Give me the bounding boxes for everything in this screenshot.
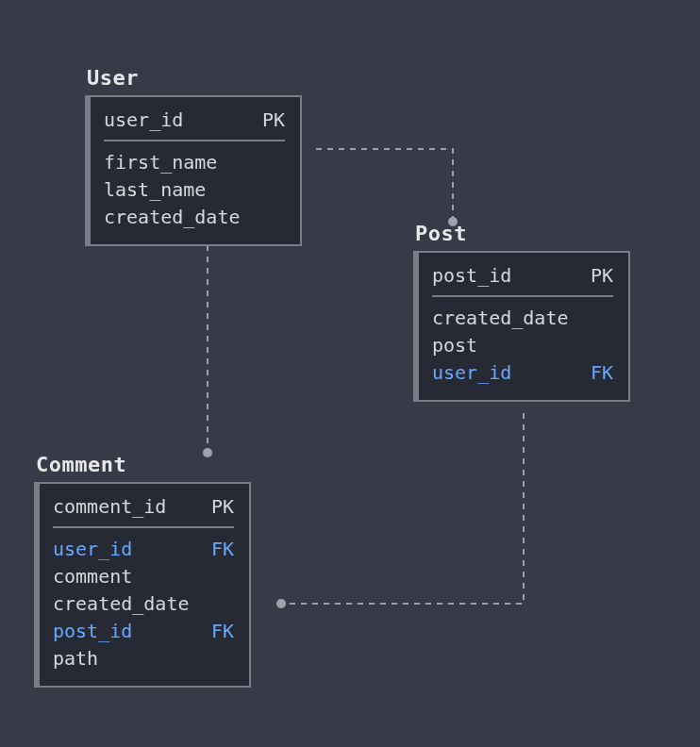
er-diagram-canvas: User user_id PK first_namelast_namecreat… <box>0 0 700 747</box>
field-name: created_date <box>53 590 190 618</box>
entity-user-pk-row: user_id PK <box>104 107 285 134</box>
entity-user-box: user_id PK first_namelast_namecreated_da… <box>85 95 302 246</box>
fk-tag: FK <box>211 536 234 563</box>
entity-post: Post post_id PK created_datepostuser_idF… <box>413 222 630 402</box>
field-name: path <box>53 645 98 672</box>
field-row: created_date <box>104 204 285 231</box>
entity-post-pk-row: post_id PK <box>432 262 613 290</box>
entity-comment: Comment comment_id PK user_idFKcommentcr… <box>34 453 251 688</box>
pk-tag: PK <box>211 493 234 521</box>
entity-user: User user_id PK first_namelast_namecreat… <box>85 66 302 246</box>
field-name: comment_id <box>53 493 166 521</box>
svg-point-2 <box>276 599 286 608</box>
separator <box>53 526 234 528</box>
field-name: post_id <box>432 262 511 290</box>
field-name: created_date <box>104 204 241 231</box>
fk-tag: FK <box>591 359 613 387</box>
field-row: first_name <box>104 149 285 176</box>
field-name: post_id <box>53 618 132 645</box>
entity-post-fields: created_datepostuser_idFK <box>432 305 613 387</box>
fk-tag: FK <box>211 618 234 645</box>
entity-user-fields: first_namelast_namecreated_date <box>104 149 285 231</box>
pk-tag: PK <box>591 262 613 290</box>
field-row: created_date <box>432 305 613 332</box>
pk-tag: PK <box>262 107 285 134</box>
entity-post-box: post_id PK created_datepostuser_idFK <box>413 251 630 402</box>
field-row: user_idFK <box>53 536 234 563</box>
field-name: post <box>432 332 477 359</box>
entity-comment-box: comment_id PK user_idFKcommentcreated_da… <box>34 482 251 688</box>
field-row: path <box>53 645 234 672</box>
field-row: post_idFK <box>53 618 234 645</box>
separator <box>104 140 285 141</box>
field-row: last_name <box>104 176 285 204</box>
field-row: comment <box>53 563 234 590</box>
field-name: user_id <box>432 359 511 387</box>
entity-comment-title: Comment <box>36 453 251 476</box>
field-row: created_date <box>53 590 234 618</box>
separator <box>432 295 613 297</box>
field-row: user_idFK <box>432 359 613 387</box>
field-name: first_name <box>104 149 217 176</box>
entity-comment-pk-row: comment_id PK <box>53 493 234 521</box>
field-name: user_id <box>53 536 132 563</box>
entity-comment-fields: user_idFKcommentcreated_datepost_idFKpat… <box>53 536 234 672</box>
field-name: comment <box>53 563 132 590</box>
field-name: user_id <box>104 107 183 134</box>
entity-post-title: Post <box>415 222 630 245</box>
field-name: last_name <box>104 176 206 204</box>
entity-user-title: User <box>87 66 302 90</box>
field-name: created_date <box>432 305 569 332</box>
field-row: post <box>432 332 613 359</box>
